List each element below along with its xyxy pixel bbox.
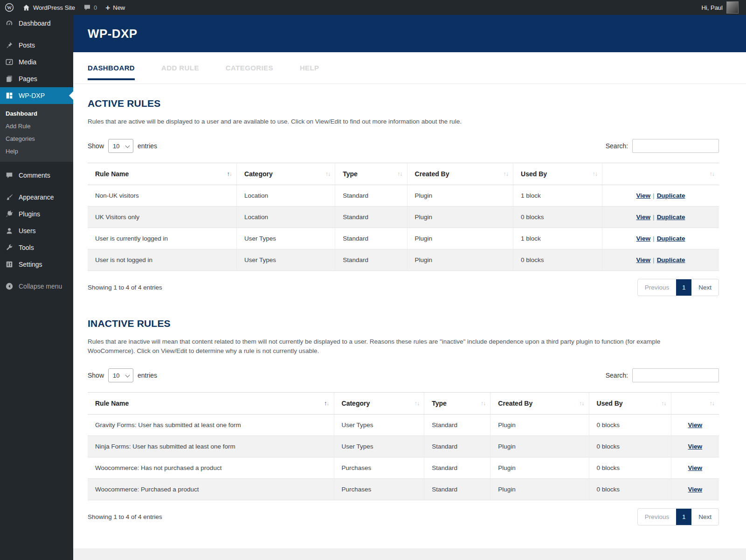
sidebar-item-users[interactable]: Users <box>0 222 73 239</box>
sidebar-label: Tools <box>19 244 34 251</box>
sidebar-item-comments[interactable]: Comments <box>0 167 73 184</box>
column-label: Type <box>343 170 358 178</box>
sort-descending-icon: ↓ <box>663 400 666 407</box>
pagination: Previous 1 Next <box>637 279 719 296</box>
svg-text:W: W <box>7 5 12 10</box>
column-label: Category <box>342 400 370 407</box>
sort-descending-icon: ↓ <box>483 400 485 407</box>
inactive-table-footer: Showing 1 to 4 of 4 entries Previous 1 N… <box>88 508 719 525</box>
column-header-created-by[interactable]: Created By↑↓ <box>490 393 589 415</box>
category-cell: User Types <box>237 228 335 249</box>
pushpin-icon <box>5 41 14 50</box>
next-page-button[interactable]: Next <box>691 279 718 296</box>
table-header-row: Rule Name↑↓ Category↑↓ Type↑↓ Created By… <box>88 163 719 185</box>
type-cell: Standard <box>424 436 490 457</box>
active-rules-table: Rule Name↑↓ Category↑↓ Type↑↓ Created By… <box>88 163 719 271</box>
sidebar-item-wp-dxp[interactable]: WP-DXP <box>0 87 73 104</box>
view-link[interactable]: View <box>688 464 703 471</box>
column-header-type[interactable]: Type↑↓ <box>424 393 490 415</box>
sidebar-item-tools[interactable]: Tools <box>0 239 73 256</box>
category-cell: Location <box>237 185 335 207</box>
submenu-item-dashboard[interactable]: Dashboard <box>0 107 73 120</box>
sidebar-item-posts[interactable]: Posts <box>0 37 73 54</box>
home-icon <box>22 4 30 12</box>
sort-descending-icon: ↓ <box>400 171 402 177</box>
new-content-menu[interactable]: + New <box>105 4 125 12</box>
pages-icon <box>5 74 14 83</box>
column-header-used-by[interactable]: Used By↑↓ <box>589 393 671 415</box>
active-table-controls: Show 10 entries Search: <box>88 139 719 153</box>
view-link[interactable]: View <box>688 422 703 429</box>
view-link[interactable]: View <box>688 443 703 450</box>
used-by-cell: 0 blocks <box>589 436 671 457</box>
site-link[interactable]: WordPress Site <box>22 4 75 12</box>
type-cell: Standard <box>335 185 407 207</box>
page-size-select[interactable]: 10 <box>108 139 133 153</box>
column-header-actions[interactable]: ↑↓ <box>671 393 719 415</box>
actions-cell: View|Duplicate <box>602 207 719 228</box>
search-input[interactable] <box>632 139 719 153</box>
actions-cell: View <box>671 479 719 500</box>
pagination: Previous 1 Next <box>637 508 719 525</box>
column-header-type[interactable]: Type↑↓ <box>335 163 407 185</box>
table-row: User is not logged in User Types Standar… <box>88 249 719 271</box>
column-header-created-by[interactable]: Created By↑↓ <box>407 163 513 185</box>
sidebar-item-media[interactable]: Media <box>0 54 73 70</box>
admin-sidebar: Dashboard Posts Media Pages WP-DXP <box>0 15 73 560</box>
view-link[interactable]: View <box>636 192 651 199</box>
submenu-item-categories[interactable]: Categories <box>0 132 73 145</box>
sidebar-item-plugins[interactable]: Plugins <box>0 206 73 222</box>
sort-icons: ↑↓ <box>414 400 420 407</box>
table-row: Gravity Forms: User has submitted at lea… <box>88 415 719 436</box>
used-by-cell: 0 blocks <box>589 457 671 479</box>
sidebar-item-settings[interactable]: Settings <box>0 256 73 273</box>
wordpress-logo-menu[interactable]: W <box>5 3 14 12</box>
column-header-used-by[interactable]: Used By↑↓ <box>513 163 602 185</box>
action-separator: | <box>650 256 657 263</box>
actions-cell: View|Duplicate <box>602 228 719 249</box>
column-header-category[interactable]: Category↑↓ <box>237 163 335 185</box>
view-link[interactable]: View <box>688 486 703 493</box>
sidebar-item-pages[interactable]: Pages <box>0 70 73 87</box>
sidebar-label: Collapse menu <box>19 283 62 290</box>
view-link[interactable]: View <box>636 214 651 221</box>
duplicate-link[interactable]: Duplicate <box>657 192 685 199</box>
tab-categories[interactable]: CATEGORIES <box>226 52 273 83</box>
page-size-select[interactable]: 10 <box>108 368 133 382</box>
duplicate-link[interactable]: Duplicate <box>657 214 685 221</box>
sort-icons: ↑↓ <box>325 171 331 177</box>
collapse-menu-button[interactable]: Collapse menu <box>0 278 73 295</box>
next-page-button[interactable]: Next <box>691 509 718 525</box>
search-input[interactable] <box>632 368 719 382</box>
entries-label: entries <box>138 372 157 379</box>
sidebar-label: WP-DXP <box>19 92 45 99</box>
column-header-rule-name[interactable]: Rule Name↑↓ <box>88 163 237 185</box>
submenu-item-help[interactable]: Help <box>0 145 73 158</box>
duplicate-link[interactable]: Duplicate <box>657 256 685 263</box>
sidebar-item-appearance[interactable]: Appearance <box>0 189 73 206</box>
tab-dashboard[interactable]: DASHBOARD <box>88 52 135 83</box>
search-control: Search: <box>606 139 719 153</box>
column-header-actions[interactable]: ↑↓ <box>602 163 719 185</box>
sidebar-label: Settings <box>19 261 42 268</box>
comments-shortcut[interactable]: 0 <box>83 4 97 11</box>
plugin-icon <box>5 209 14 219</box>
current-page-button[interactable]: 1 <box>676 509 691 525</box>
sort-descending-icon: ↓ <box>326 400 329 407</box>
previous-page-button[interactable]: Previous <box>638 279 677 296</box>
tab-add-rule[interactable]: ADD RULE <box>161 52 199 83</box>
view-link[interactable]: View <box>636 235 651 242</box>
sort-icons: ↑↓ <box>227 171 232 177</box>
comment-bubble-icon <box>83 4 91 11</box>
collapse-arrow-icon <box>5 282 14 291</box>
sidebar-item-dashboard[interactable]: Dashboard <box>0 15 73 32</box>
view-link[interactable]: View <box>636 256 651 263</box>
tab-help[interactable]: HELP <box>300 52 319 83</box>
submenu-item-add-rule[interactable]: Add Rule <box>0 120 73 132</box>
current-page-button[interactable]: 1 <box>676 279 691 296</box>
duplicate-link[interactable]: Duplicate <box>657 235 685 242</box>
column-header-rule-name[interactable]: Rule Name↑↓ <box>88 393 334 415</box>
column-header-category[interactable]: Category↑↓ <box>334 393 424 415</box>
previous-page-button[interactable]: Previous <box>638 509 677 525</box>
account-menu[interactable]: Hi, Paul <box>701 1 739 14</box>
